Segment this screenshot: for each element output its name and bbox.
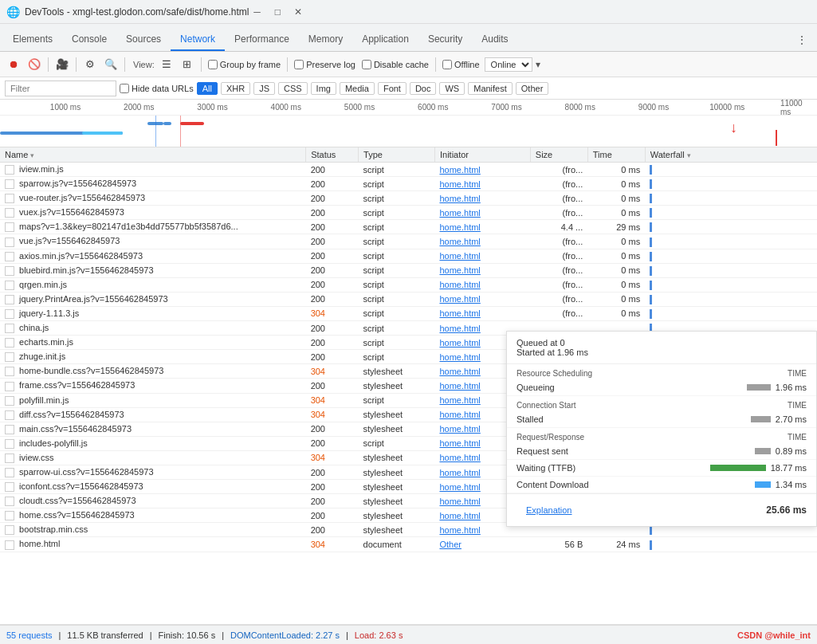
tab-security[interactable]: Security — [418, 29, 472, 51]
connection-start-section: Connection Start TIME — [507, 396, 816, 411]
maximize-button[interactable]: □ — [269, 4, 285, 20]
waterfall-indicator — [650, 540, 652, 550]
cell-status: 200 — [306, 379, 359, 393]
group-by-frame-checkbox[interactable]: Group by frame — [208, 60, 281, 69]
separator-2 — [76, 57, 77, 72]
table-row[interactable]: vue.js?v=1556462845973 200 script home.h… — [0, 234, 817, 249]
queueing-value: 1.96 ms — [776, 383, 807, 392]
tab-console[interactable]: Console — [62, 29, 116, 51]
cell-initiator: Other — [434, 537, 530, 552]
table-row[interactable]: home.html 304 document Other 56 B 24 ms — [0, 537, 817, 552]
clear-button[interactable]: 🚫 — [26, 56, 43, 73]
more-tabs-button[interactable]: ⋮ — [790, 29, 814, 51]
stalled-value: 2.70 ms — [776, 414, 807, 424]
filter-input[interactable] — [5, 80, 116, 96]
record-button[interactable]: ⏺ — [5, 56, 22, 73]
cell-name: china.js — [0, 321, 306, 336]
table-row[interactable]: bluebird.min.js?v=1556462845973 200 scri… — [0, 263, 817, 277]
view-grid-button[interactable]: ⊞ — [179, 56, 196, 73]
minimize-button[interactable]: ─ — [249, 4, 265, 20]
close-button[interactable]: ✕ — [290, 4, 306, 20]
cell-name: home-bundle.css?v=1556462845973 — [0, 364, 306, 379]
cell-type: script — [359, 350, 435, 364]
filter-tag-doc[interactable]: Doc — [410, 82, 437, 95]
cell-size: (fro... — [530, 263, 587, 277]
tab-performance[interactable]: Performance — [225, 29, 299, 51]
table-row[interactable]: jquery-1.11.3.js 304 script home.html (f… — [0, 306, 817, 320]
filter-tag-other[interactable]: Other — [516, 82, 549, 95]
filter-tag-ws[interactable]: WS — [439, 82, 465, 95]
table-row[interactable]: sparrow.js?v=1556462845973 200 script ho… — [0, 177, 817, 191]
filter-tag-manifest[interactable]: Manifest — [468, 82, 513, 95]
cell-size: (fro... — [530, 249, 587, 263]
header-name[interactable]: Name ▾ — [0, 147, 306, 163]
cell-status: 200 — [306, 523, 359, 537]
cell-initiator: home.html — [434, 220, 530, 234]
queueing-bar-container: 1.96 ms — [747, 383, 807, 392]
disable-cache-checkbox[interactable]: Disable cache — [362, 60, 429, 69]
marker-4000ms: 4000 ms — [271, 103, 301, 112]
title-bar: 🌐 DevTools - xmgl-test.glodon.com/safe/d… — [0, 0, 817, 24]
table-row[interactable]: iview.min.js 200 script home.html (fro..… — [0, 163, 817, 177]
table-row[interactable]: maps?v=1.3&key=802147d1e3b4dd75577bb5f35… — [0, 220, 817, 234]
view-list-button[interactable]: ☰ — [158, 56, 175, 73]
offline-checkbox[interactable]: Offline — [442, 60, 480, 69]
table-row[interactable]: axios.min.js?v=1556462845973 200 script … — [0, 249, 817, 263]
tab-audits[interactable]: Audits — [472, 29, 517, 51]
cell-size: 4.4 ... — [530, 220, 587, 234]
request-sent-label: Request sent — [517, 446, 568, 456]
filter-button[interactable]: ⚙ — [81, 56, 99, 73]
header-initiator[interactable]: Initiator — [434, 147, 530, 163]
filter-tag-all[interactable]: All — [197, 82, 218, 95]
filter-tag-media[interactable]: Media — [340, 82, 375, 95]
filter-tag-xhr[interactable]: XHR — [221, 82, 250, 95]
waterfall-indicator — [650, 222, 652, 232]
file-icon — [5, 454, 14, 463]
cell-type: script — [359, 306, 435, 320]
cell-name: includes-polyfill.js — [0, 436, 306, 450]
table-row[interactable]: vuex.js?v=1556462845973 200 script home.… — [0, 206, 817, 220]
resource-scheduling-section: Resource Scheduling TIME — [507, 364, 816, 379]
header-waterfall[interactable]: Waterfall ▾ — [645, 147, 817, 163]
cell-waterfall — [645, 263, 817, 277]
header-type[interactable]: Type — [359, 147, 435, 163]
cell-name: bluebird.min.js?v=1556462845973 — [0, 263, 306, 277]
search-button[interactable]: 🔍 — [102, 56, 120, 73]
explanation-link[interactable]: Explanation — [517, 499, 582, 521]
marker-6000ms: 6000 ms — [418, 103, 448, 112]
waterfall-line — [776, 130, 777, 146]
tab-memory[interactable]: Memory — [299, 29, 352, 51]
throttling-select[interactable]: Online — [485, 57, 532, 72]
header-time[interactable]: Time — [587, 147, 645, 163]
cell-status: 200 — [306, 494, 359, 509]
table-row[interactable]: qrgen.min.js 200 script home.html (fro..… — [0, 277, 817, 292]
cell-time: 29 ms — [587, 220, 645, 234]
filter-tag-css[interactable]: CSS — [278, 82, 308, 95]
waiting-ttfb-label: Waiting (TTFB) — [517, 463, 575, 473]
cell-initiator: home.html — [434, 306, 530, 320]
header-status[interactable]: Status — [306, 147, 359, 163]
tab-sources[interactable]: Sources — [116, 29, 171, 51]
throttle-dropdown-icon[interactable]: ▾ — [536, 59, 540, 70]
cell-name: cloudt.css?v=1556462845973 — [0, 494, 306, 509]
tab-elements[interactable]: Elements — [3, 29, 62, 51]
filter-tag-font[interactable]: Font — [378, 82, 407, 95]
tab-network[interactable]: Network — [171, 29, 225, 51]
cell-time: 0 ms — [587, 263, 645, 277]
cell-name: iview.min.js — [0, 163, 306, 177]
file-icon — [5, 281, 14, 290]
finish-time: Finish: 10.56 s — [159, 630, 216, 640]
filter-tag-img[interactable]: Img — [311, 82, 336, 95]
header-size[interactable]: Size — [530, 147, 587, 163]
tab-application[interactable]: Application — [352, 29, 418, 51]
table-row[interactable]: jquery.PrintArea.js?v=1556462845973 200 … — [0, 292, 817, 306]
cell-status: 200 — [306, 263, 359, 277]
cell-name: axios.min.js?v=1556462845973 — [0, 249, 306, 263]
filter-tag-js[interactable]: JS — [253, 82, 275, 95]
cell-status: 200 — [306, 249, 359, 263]
preserve-log-checkbox[interactable]: Preserve log — [294, 60, 355, 69]
table-row[interactable]: vue-router.js?v=1556462845973 200 script… — [0, 191, 817, 206]
hide-data-urls-checkbox[interactable]: Hide data URLs — [120, 84, 194, 93]
camera-button[interactable]: 🎥 — [53, 56, 71, 73]
cell-initiator: home.html — [434, 163, 530, 177]
